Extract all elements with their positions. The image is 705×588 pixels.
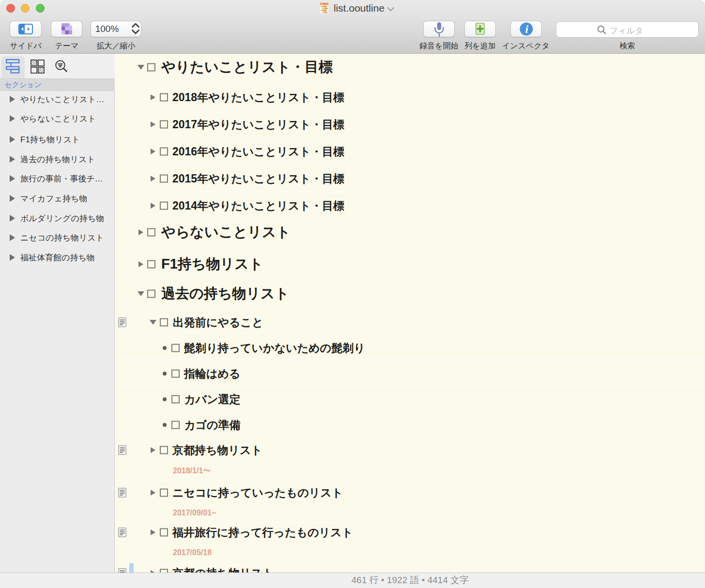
svg-text:i: i bbox=[525, 23, 529, 35]
